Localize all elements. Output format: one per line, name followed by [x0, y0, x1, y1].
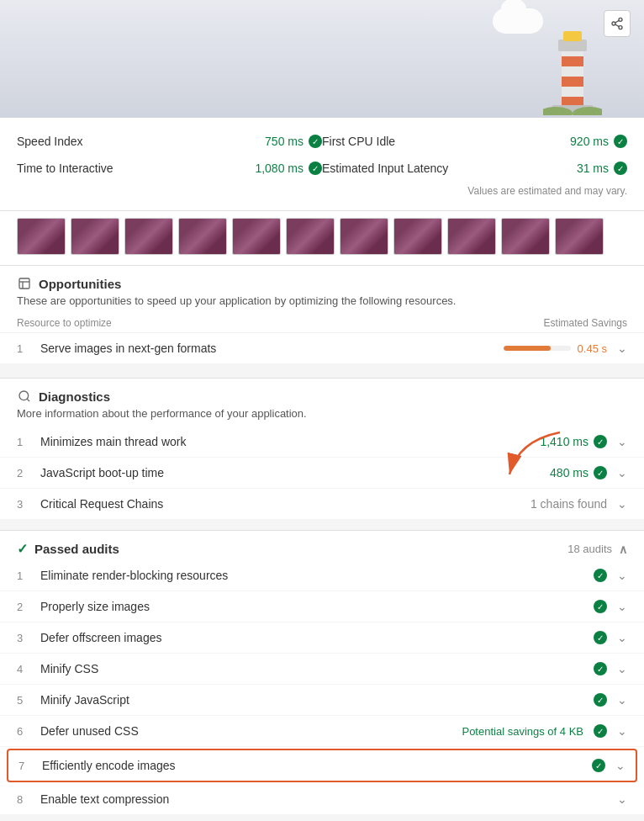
row-number: 1	[17, 436, 30, 448]
passed-audit-label: Defer unused CSS	[40, 724, 451, 738]
diagnostic-label: Critical Request Chains	[40, 497, 520, 511]
passed-audit-label: Properly size images	[40, 600, 583, 613]
row-number: 1	[17, 342, 30, 355]
section-separator-2	[0, 520, 644, 527]
estimated-input-latency-value: 31 ms ✓	[577, 162, 627, 175]
passed-audit-row-7[interactable]: 7 Efficiently encode images ✓ ⌄	[8, 750, 636, 781]
filmstrip-frame	[178, 218, 227, 255]
diagnostics-title: Diagnostics	[39, 389, 110, 404]
passed-audits-count: 18 audits	[567, 543, 612, 555]
passed-audit-row-8[interactable]: 8 Enable text compression ⌄	[0, 784, 644, 815]
metrics-section: Speed Index 750 ms ✓ First CPU Idle 920 …	[0, 118, 644, 211]
passed-audit-label: Minify JavaScript	[40, 693, 583, 707]
diagnostics-section: Diagnostics More information about the p…	[0, 378, 644, 520]
check-icon: ✓	[594, 662, 607, 675]
passed-audit-row-4[interactable]: 4 Minify CSS ✓ ⌄	[0, 654, 644, 685]
passed-audit-label: Defer offscreen images	[40, 631, 583, 644]
cloud-decoration	[493, 8, 543, 34]
svg-point-0	[619, 18, 622, 21]
diagnostics-row-3[interactable]: 3 Critical Request Chains 1 chains found…	[0, 489, 644, 520]
diagnostics-row-2[interactable]: 2 JavaScript boot-up time 480 ms ✓ ⌄	[0, 458, 644, 489]
filmstrip-frame	[393, 218, 442, 255]
diagnostic-label: Minimizes main thread work	[40, 435, 530, 448]
passed-audits-chevron[interactable]: ∧	[619, 543, 627, 556]
first-cpu-idle-value: 920 ms ✓	[570, 135, 627, 148]
expand-chevron[interactable]: ⌄	[617, 631, 627, 644]
expand-chevron[interactable]: ⌄	[615, 759, 626, 772]
col-resource-label: Resource to optimize	[17, 317, 112, 329]
expand-chevron[interactable]: ⌄	[617, 693, 627, 707]
expand-chevron[interactable]: ⌄	[617, 342, 627, 355]
estimated-input-latency-label: Estimated Input Latency	[322, 162, 448, 175]
diagnostics-header: Diagnostics	[0, 379, 644, 407]
filmstrip-frame	[124, 218, 173, 255]
svg-line-3	[615, 24, 620, 27]
row-number: 6	[17, 725, 30, 738]
diagnostic-value: 1,410 ms ✓	[540, 435, 607, 448]
row-number: 8	[17, 793, 30, 806]
estimated-input-latency-metric: Estimated Input Latency 31 ms ✓	[322, 158, 627, 178]
first-cpu-idle-label: First CPU Idle	[322, 135, 395, 148]
filmstrip-frame	[286, 218, 335, 255]
savings-bar-container: 0.45 s	[504, 342, 607, 355]
opportunities-title: Opportunities	[39, 277, 121, 291]
expand-chevron[interactable]: ⌄	[617, 792, 627, 806]
svg-point-2	[619, 26, 622, 29]
svg-line-18	[27, 399, 29, 401]
first-cpu-idle-check: ✓	[614, 135, 627, 148]
row-number: 3	[17, 632, 30, 644]
savings-bar	[504, 346, 571, 351]
svg-point-17	[19, 391, 29, 400]
diagnostics-desc: More information about the performance o…	[0, 407, 644, 426]
filmstrip-frame	[17, 218, 66, 255]
estimated-note: Values are estimated and may vary.	[17, 185, 627, 197]
check-icon: ✓	[594, 435, 607, 448]
check-icon: ✓	[594, 693, 607, 707]
expand-chevron[interactable]: ⌄	[617, 600, 627, 613]
time-to-interactive-check: ✓	[309, 162, 322, 175]
opportunities-header: Opportunities	[0, 266, 644, 294]
row-number: 7	[18, 760, 32, 772]
filmstrip-frame	[555, 218, 604, 255]
expand-chevron[interactable]: ⌄	[617, 466, 627, 479]
expand-chevron[interactable]: ⌄	[617, 497, 627, 511]
svg-line-4	[615, 20, 620, 23]
svg-rect-14	[19, 278, 29, 289]
diagnostic-value: 1 chains found	[531, 497, 607, 511]
check-icon: ✓	[594, 631, 607, 644]
header-area	[0, 0, 644, 118]
share-button[interactable]	[604, 10, 631, 37]
row-number: 3	[17, 498, 30, 511]
svg-point-1	[612, 22, 615, 25]
opportunities-desc: These are opportunities to speed up your…	[0, 294, 644, 314]
filmstrip-frames	[17, 218, 627, 255]
passed-audit-row-2[interactable]: 2 Properly size images ✓ ⌄	[0, 591, 644, 622]
diagnostic-label: JavaScript boot-up time	[40, 466, 540, 479]
svg-rect-7	[562, 77, 583, 87]
passed-audit-row-5[interactable]: 5 Minify JavaScript ✓ ⌄	[0, 685, 644, 716]
highlighted-row-container: 7 Efficiently encode images ✓ ⌄	[7, 749, 637, 782]
col-savings-label: Estimated Savings	[544, 317, 627, 329]
lighthouse-decoration	[543, 23, 602, 118]
metrics-grid: Speed Index 750 ms ✓ First CPU Idle 920 …	[17, 131, 627, 178]
expand-chevron[interactable]: ⌄	[617, 724, 627, 738]
opportunities-table-header: Resource to optimize Estimated Savings	[0, 314, 644, 333]
time-to-interactive-metric: Time to Interactive 1,080 ms ✓	[17, 158, 322, 178]
passed-audit-row-1[interactable]: 1 Eliminate render-blocking resources ✓ …	[0, 560, 644, 591]
opportunities-icon	[17, 276, 32, 291]
check-icon: ✓	[594, 600, 607, 613]
expand-chevron[interactable]: ⌄	[617, 435, 627, 448]
diagnostic-value: 480 ms ✓	[550, 466, 607, 479]
row-number: 2	[17, 467, 30, 479]
passed-audit-row-6[interactable]: 6 Defer unused CSS Potential savings of …	[0, 716, 644, 747]
passed-audit-row-3[interactable]: 3 Defer offscreen images ✓ ⌄	[0, 622, 644, 654]
expand-chevron[interactable]: ⌄	[617, 569, 627, 582]
filmstrip-frame	[71, 218, 119, 255]
expand-chevron[interactable]: ⌄	[617, 662, 627, 675]
passed-audit-label: Enable text compression	[40, 792, 607, 806]
first-cpu-idle-metric: First CPU Idle 920 ms ✓	[322, 131, 627, 151]
diagnostics-row-1[interactable]: 1 Minimizes main thread work 1,410 ms ✓ …	[0, 426, 644, 458]
passed-check-icon: ✓	[17, 541, 28, 557]
opportunity-row-1[interactable]: 1 Serve images in next-gen formats 0.45 …	[0, 333, 644, 364]
svg-rect-10	[563, 31, 582, 41]
